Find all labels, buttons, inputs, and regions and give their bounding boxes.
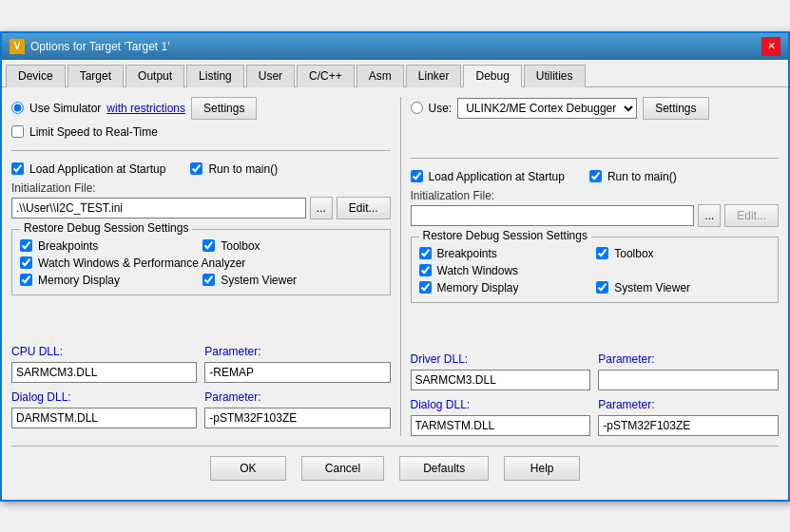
left-breakpoints-checkbox[interactable] bbox=[20, 239, 32, 252]
use-debugger-radio[interactable] bbox=[411, 102, 423, 114]
simulator-row: Use Simulator with restrictions Settings bbox=[11, 97, 391, 120]
right-driver-param-input[interactable] bbox=[598, 370, 779, 390]
right-restore-group-title: Restore Debug Session Settings bbox=[419, 229, 591, 242]
right-dialog-dll-label: Dialog DLL: bbox=[411, 398, 591, 411]
tab-target[interactable]: Target bbox=[67, 65, 124, 87]
right-restore-group: Restore Debug Session Settings Breakpoin… bbox=[411, 237, 780, 303]
left-restore-group: Restore Debug Session Settings Breakpoin… bbox=[11, 229, 391, 295]
left-load-app-checkbox[interactable] bbox=[11, 162, 24, 175]
right-watch-windows-checkbox[interactable] bbox=[419, 264, 432, 276]
right-load-app-label: Load Application at Startup bbox=[429, 170, 565, 183]
left-browse-button[interactable]: ... bbox=[310, 197, 333, 219]
right-init-file-input[interactable] bbox=[411, 205, 695, 226]
right-dialog-param-input[interactable] bbox=[598, 415, 779, 436]
left-load-app-label: Load Application at Startup bbox=[29, 162, 165, 176]
right-run-to-main-label: Run to main() bbox=[607, 170, 677, 183]
left-init-file-input[interactable] bbox=[11, 198, 306, 218]
right-load-app-checkbox[interactable] bbox=[411, 170, 423, 182]
right-driver-dll-label: Driver DLL: bbox=[411, 352, 591, 366]
left-dialog-param-col: Parameter: bbox=[204, 390, 390, 428]
left-dialog-param-input[interactable] bbox=[204, 408, 390, 428]
left-breakpoints-label: Breakpoints bbox=[38, 239, 98, 253]
left-edit-button[interactable]: Edit... bbox=[337, 197, 391, 219]
left-init-file-section: Initialization File: ... Edit... bbox=[11, 181, 391, 219]
tab-output[interactable]: Output bbox=[125, 65, 184, 87]
left-run-to-main-label: Run to main() bbox=[208, 162, 278, 176]
right-settings-button[interactable]: Settings bbox=[643, 97, 708, 120]
right-column: Use: ULINK2/ME Cortex Debugger Settings … bbox=[400, 97, 780, 436]
right-browse-button[interactable]: ... bbox=[698, 204, 721, 227]
right-dialog-dll-col: Dialog DLL: bbox=[411, 398, 591, 436]
close-button[interactable]: ✕ bbox=[761, 37, 780, 56]
right-dialog-param-col: Parameter: bbox=[598, 398, 779, 436]
right-driver-param-col: Parameter: bbox=[598, 352, 779, 390]
right-breakpoints-checkbox[interactable] bbox=[419, 247, 432, 259]
tab-debug[interactable]: Debug bbox=[463, 65, 521, 87]
main-window: V Options for Target 'Target 1' ✕ Device… bbox=[0, 31, 790, 502]
footer: OK Cancel Defaults Help bbox=[11, 446, 779, 490]
left-watch-windows-checkbox[interactable] bbox=[20, 256, 32, 269]
left-system-viewer-checkbox[interactable] bbox=[202, 274, 215, 286]
right-memory-display-label: Memory Display bbox=[437, 281, 519, 294]
right-init-file-section: Initialization File: ... Edit... bbox=[411, 189, 780, 227]
right-dialog-param-label: Parameter: bbox=[598, 398, 779, 411]
with-restrictions-link[interactable]: with restrictions bbox=[106, 102, 185, 115]
left-cpu-dll-col: CPU DLL: bbox=[11, 345, 197, 383]
right-load-row: Load Application at Startup Run to main(… bbox=[411, 170, 780, 183]
left-toolbox-checkbox[interactable] bbox=[202, 239, 215, 252]
window-title: Options for Target 'Target 1' bbox=[30, 40, 169, 53]
left-cpu-param-col: Parameter: bbox=[204, 345, 390, 383]
debugger-row: Use: ULINK2/ME Cortex Debugger Settings bbox=[411, 97, 780, 120]
tab-asm[interactable]: Asm bbox=[356, 65, 404, 87]
right-toolbox-label: Toolbox bbox=[614, 247, 653, 260]
right-system-viewer-checkbox[interactable] bbox=[596, 281, 608, 294]
use-simulator-label: Use Simulator bbox=[29, 102, 101, 115]
tab-device[interactable]: Device bbox=[6, 65, 66, 87]
right-toolbox-checkbox[interactable] bbox=[596, 247, 608, 259]
left-cpu-dll-label: CPU DLL: bbox=[11, 345, 197, 358]
right-init-file-row: ... Edit... bbox=[411, 204, 780, 227]
ok-button[interactable]: OK bbox=[210, 456, 286, 481]
right-spacer bbox=[411, 125, 780, 146]
left-restore-content: Breakpoints Toolbox Watch Windows & Perf… bbox=[20, 236, 382, 287]
app-icon: V bbox=[10, 39, 25, 54]
right-breakpoints-label: Breakpoints bbox=[437, 247, 497, 260]
two-column-layout: Use Simulator with restrictions Settings… bbox=[11, 97, 779, 436]
tab-listing[interactable]: Listing bbox=[186, 65, 244, 87]
left-restore-group-title: Restore Debug Session Settings bbox=[20, 221, 192, 235]
left-init-file-row: ... Edit... bbox=[11, 197, 391, 219]
limit-speed-checkbox[interactable] bbox=[11, 125, 24, 138]
tab-utilities[interactable]: Utilities bbox=[524, 65, 586, 87]
left-cpu-param-label: Parameter: bbox=[204, 345, 390, 358]
left-run-to-main-checkbox[interactable] bbox=[190, 162, 202, 175]
left-dll-section: CPU DLL: Parameter: Dialog DLL: Par bbox=[11, 345, 391, 428]
left-cpu-dll-input[interactable] bbox=[11, 362, 197, 383]
left-system-viewer-label: System Viewer bbox=[221, 274, 297, 287]
left-dialog-dll-input[interactable] bbox=[11, 408, 197, 428]
limit-speed-row: Limit Speed to Real-Time bbox=[11, 125, 391, 139]
left-settings-button[interactable]: Settings bbox=[191, 97, 257, 120]
left-memory-display-checkbox[interactable] bbox=[20, 274, 32, 286]
use-simulator-radio[interactable] bbox=[11, 102, 24, 114]
left-dialog-dll-col: Dialog DLL: bbox=[11, 390, 197, 428]
tab-linker[interactable]: Linker bbox=[406, 65, 462, 87]
debugger-select[interactable]: ULINK2/ME Cortex Debugger bbox=[457, 98, 637, 119]
use-label: Use: bbox=[429, 102, 453, 115]
right-restore-content: Breakpoints Toolbox Watch Windows bbox=[419, 243, 771, 294]
tab-user[interactable]: User bbox=[246, 65, 295, 87]
right-dll-grid: Driver DLL: Parameter: Dialog DLL: bbox=[411, 352, 780, 436]
tab-cpp[interactable]: C/C++ bbox=[297, 65, 355, 87]
left-dll-grid: CPU DLL: Parameter: Dialog DLL: Par bbox=[11, 345, 391, 428]
right-driver-dll-input[interactable] bbox=[411, 370, 591, 390]
help-button[interactable]: Help bbox=[504, 456, 580, 481]
right-watch-windows-label: Watch Windows bbox=[437, 264, 519, 277]
left-cpu-param-input[interactable] bbox=[204, 362, 390, 383]
left-column: Use Simulator with restrictions Settings… bbox=[11, 97, 391, 436]
cancel-button[interactable]: Cancel bbox=[301, 456, 384, 481]
defaults-button[interactable]: Defaults bbox=[399, 456, 489, 481]
right-edit-button[interactable]: Edit... bbox=[724, 204, 779, 227]
right-init-file-label: Initialization File: bbox=[411, 189, 780, 202]
right-dialog-dll-input[interactable] bbox=[411, 415, 591, 436]
right-memory-display-checkbox[interactable] bbox=[419, 281, 432, 294]
right-run-to-main-checkbox[interactable] bbox=[589, 170, 602, 182]
